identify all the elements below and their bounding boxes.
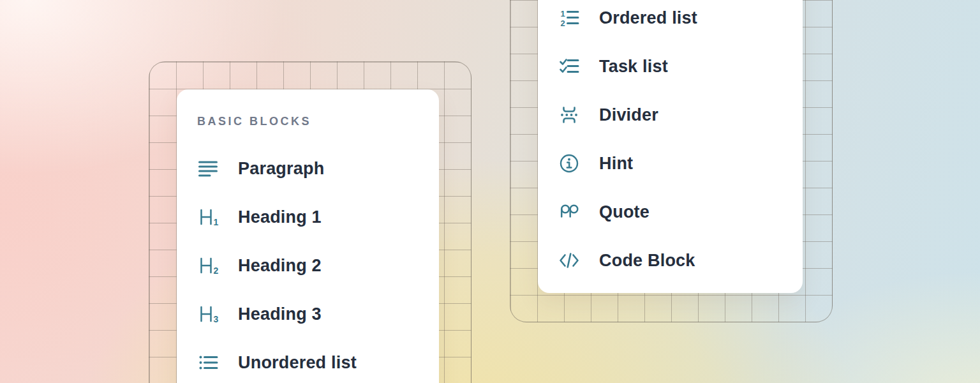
menu-item-ordered-list[interactable]: 1 2 Ordered list [558, 0, 803, 42]
divider-icon [558, 104, 580, 126]
menu-item-divider[interactable]: Divider [558, 91, 803, 139]
menu-item-paragraph[interactable]: Paragraph [197, 144, 439, 193]
heading-2-icon: 2 [197, 255, 219, 276]
menu-item-label: Hint [599, 154, 633, 174]
section-title: BASIC BLOCKS [197, 114, 439, 129]
menu-item-heading-2[interactable]: 2 Heading 2 [197, 241, 439, 290]
heading-3-icon: 3 [197, 303, 219, 325]
menu-item-code-block[interactable]: Code Block [558, 236, 803, 285]
code-block-icon [558, 250, 580, 271]
menu-item-label: Quote [599, 202, 650, 222]
menu-item-label: Divider [599, 105, 658, 125]
menu-item-quote[interactable]: Quote [558, 188, 803, 236]
menu-item-label: Heading 3 [238, 304, 322, 324]
menu-item-heading-3[interactable]: 3 Heading 3 [197, 290, 439, 338]
ordered-list-digit-2: 2 [560, 19, 565, 28]
hero-canvas: BASIC BLOCKS Paragraph 1 Heading 1 2 Hea… [0, 0, 980, 383]
heading-2-digit: 2 [214, 266, 219, 276]
menu-item-label: Task list [599, 57, 668, 77]
menu-item-label: Paragraph [238, 159, 324, 179]
menu-item-unordered-list[interactable]: Unordered list [197, 338, 439, 383]
heading-1-digit: 1 [214, 217, 219, 227]
blocks-panel-continued: 1 2 Ordered list Task list [538, 0, 803, 293]
heading-3-digit: 3 [214, 314, 219, 324]
ordered-list-icon: 1 2 [558, 7, 580, 29]
hint-icon [558, 153, 580, 174]
menu-item-hint[interactable]: Hint [558, 139, 803, 188]
unordered-list-icon [197, 352, 219, 373]
menu-item-label: Ordered list [599, 8, 697, 28]
menu-item-label: Code Block [599, 251, 695, 271]
ordered-list-digit-1: 1 [560, 9, 565, 19]
paragraph-icon [197, 158, 219, 179]
quote-icon [558, 201, 580, 223]
menu-item-label: Heading 2 [238, 256, 322, 276]
basic-blocks-panel: BASIC BLOCKS Paragraph 1 Heading 1 2 Hea… [177, 89, 439, 383]
task-list-icon [558, 56, 580, 77]
menu-item-label: Heading 1 [238, 207, 322, 227]
menu-item-task-list[interactable]: Task list [558, 42, 803, 91]
menu-item-label: Unordered list [238, 353, 357, 373]
menu-item-heading-1[interactable]: 1 Heading 1 [197, 193, 439, 241]
heading-1-icon: 1 [197, 206, 219, 228]
